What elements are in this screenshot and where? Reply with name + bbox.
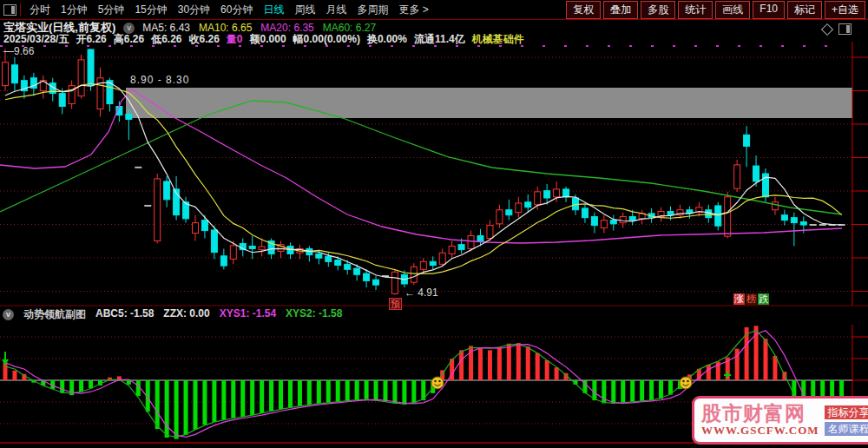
- quote-field-1: 开6.26: [76, 32, 106, 47]
- toolbar-button-3[interactable]: 统计: [678, 1, 713, 19]
- nav-tab-2[interactable]: 5分钟: [98, 3, 125, 17]
- updown-badges: 涨榜跌: [733, 293, 769, 305]
- nav-tab-7[interactable]: 周线: [294, 3, 315, 17]
- indicator-values: 动势领航副图ABC5: -1.58ZZX: 0.00XYS1: -1.54XYS…: [23, 307, 342, 322]
- toolbar-button-4[interactable]: 画线: [715, 1, 750, 19]
- watermark-badge-2: 名师课程: [825, 422, 868, 436]
- indicator-value-4: XYS2: -1.58: [286, 307, 342, 322]
- toolbar-buttons: 复权叠加多股统计画线F10标记+自选: [566, 1, 868, 19]
- nav-tab-10[interactable]: 更多 >: [398, 3, 428, 17]
- panel-layout-icon[interactable]: [838, 23, 852, 35]
- nav-tab-8[interactable]: 月线: [326, 3, 346, 17]
- toolbar-button-0[interactable]: 复权: [566, 1, 601, 19]
- nav-tab-3[interactable]: 15分钟: [135, 3, 167, 17]
- updown-badge-2: 跌: [758, 293, 769, 305]
- quote-field-2: 高6.26: [114, 32, 144, 47]
- toolbar-button-1[interactable]: 叠加: [603, 1, 638, 19]
- top-nav-bar: 分时1分钟5分钟15分钟30分钟60分钟日线周线月线多周期更多 > 复权叠加多股…: [0, 0, 868, 20]
- quote-field-4: 收6.26: [188, 32, 219, 47]
- trading-terminal: 分时1分钟5分钟15分钟30分钟60分钟日线周线月线多周期更多 > 复权叠加多股…: [0, 0, 868, 448]
- indicator-value-0: 动势领航副图: [23, 307, 86, 322]
- quote-field-5: 量0: [227, 32, 243, 47]
- window-split-icon[interactable]: [3, 4, 16, 16]
- nav-tabs: 分时1分钟5分钟15分钟30分钟60分钟日线周线月线多周期更多 >: [24, 3, 434, 17]
- toolbar-button-7[interactable]: +自选: [825, 1, 865, 19]
- chart-mini-icons: [823, 23, 852, 35]
- alert-badge: 预: [389, 298, 402, 310]
- indicator-value-3: XYS1: -1.54: [220, 307, 276, 322]
- low-price-label: ← 4.91: [404, 287, 438, 299]
- nav-tab-6[interactable]: 日线: [263, 3, 284, 17]
- nav-tab-0[interactable]: 分时: [30, 3, 50, 17]
- toolbar-button-2[interactable]: 多股: [641, 1, 675, 19]
- nav-divider: [20, 3, 21, 16]
- nav-tab-5[interactable]: 60分钟: [220, 3, 253, 17]
- quote-fields-row: 2025/03/28/五开6.26高6.26低6.26收6.26量0额0.000…: [3, 32, 524, 47]
- quote-field-7: 幅0.00(0.00%): [293, 32, 360, 47]
- nav-tab-9[interactable]: 多周期: [357, 3, 388, 17]
- quote-field-0: 2025/03/28/五: [3, 32, 69, 47]
- price-band-label: 8.90 - 8.30: [130, 74, 189, 86]
- toolbar-button-5[interactable]: F10: [753, 1, 785, 19]
- nav-tab-4[interactable]: 30分钟: [178, 3, 210, 17]
- watermark-site: 股市财富网: [701, 403, 819, 424]
- updown-badge-1: 榜: [746, 293, 757, 305]
- watermark: 股市财富网 WWW.GSCFW.COM 指标分享 名师课程: [692, 396, 868, 445]
- nav-tab-1[interactable]: 1分钟: [61, 3, 88, 17]
- quote-field-8: 换0.00%: [367, 32, 407, 47]
- updown-badge-0: 涨: [733, 293, 745, 305]
- high-price-label: —9.66: [3, 45, 34, 57]
- diamond-icon[interactable]: [821, 23, 833, 35]
- collapse-icon[interactable]: v: [3, 309, 14, 320]
- indicator-header: v 动势领航副图ABC5: -1.58ZZX: 0.00XYS1: -1.54X…: [3, 307, 342, 322]
- quote-field-9: 流通11.4亿: [414, 32, 465, 47]
- quote-field-10: 机械基础件: [472, 32, 524, 47]
- toolbar-button-6[interactable]: 标记: [787, 1, 822, 19]
- indicator-value-1: ABC5: -1.58: [95, 307, 154, 322]
- watermark-url: WWW.GSCFW.COM: [701, 424, 819, 438]
- main-chart-canvas[interactable]: [0, 0, 868, 448]
- quote-field-3: 低6.26: [151, 32, 181, 47]
- quote-field-6: 额0.000: [250, 32, 286, 47]
- indicator-value-2: ZZX: 0.00: [163, 307, 209, 322]
- watermark-badge-1: 指标分享: [825, 405, 868, 419]
